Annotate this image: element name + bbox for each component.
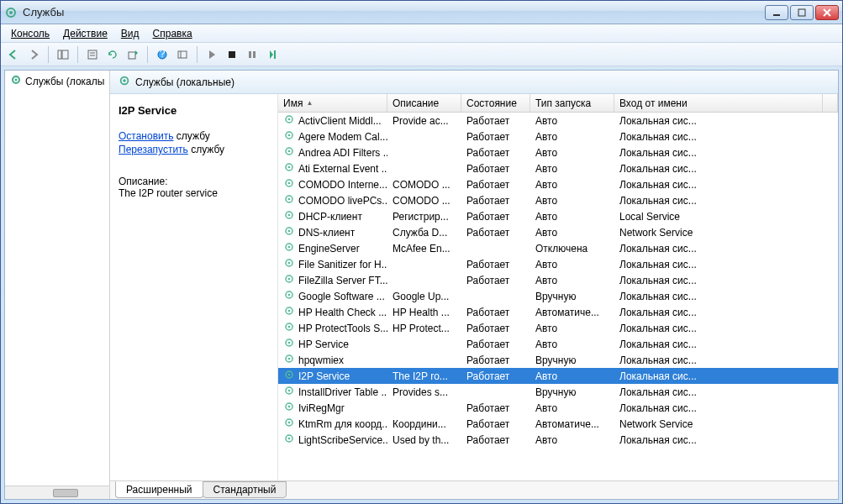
service-row[interactable]: Andrea ADI Filters ...РаботаетАвтоЛокаль… bbox=[278, 144, 838, 160]
svg-point-65 bbox=[288, 438, 291, 440]
service-description: COMODO ... bbox=[387, 179, 461, 191]
maximize-button[interactable] bbox=[790, 5, 814, 20]
svg-point-35 bbox=[288, 198, 291, 201]
service-row[interactable]: DNS-клиентСлужба D...РаботаетАвтоNetwork… bbox=[278, 224, 838, 240]
start-service-button[interactable] bbox=[203, 45, 221, 64]
svg-point-39 bbox=[288, 230, 291, 233]
description-text: The I2P router service bbox=[119, 187, 269, 199]
service-row[interactable]: HP ServiceРаботаетАвтоЛокальная сис... bbox=[278, 336, 838, 352]
tab-standard[interactable]: Стандартный bbox=[203, 481, 287, 498]
help-button[interactable]: ? bbox=[153, 45, 171, 64]
tree-root-item[interactable]: Службы (локалы bbox=[5, 71, 109, 92]
list-body[interactable]: ActivClient Middl...Provide ac...Работае… bbox=[278, 113, 838, 480]
service-row[interactable]: DHCP-клиентРегистрир...РаботаетАвтоLocal… bbox=[278, 208, 838, 224]
service-description: COMODO ... bbox=[387, 195, 461, 207]
service-row[interactable]: InstallDriver Table ...Provides s...Вруч… bbox=[278, 384, 838, 400]
minimize-button[interactable] bbox=[765, 5, 788, 20]
service-row[interactable]: COMODO livePCs...COMODO ...РаботаетАвтоЛ… bbox=[278, 192, 838, 208]
service-description: Координи... bbox=[387, 418, 461, 430]
service-name: LightScribeService... bbox=[298, 434, 387, 446]
pause-service-button[interactable] bbox=[243, 45, 261, 64]
content-header-label: Службы (локальные) bbox=[135, 76, 234, 88]
svg-point-29 bbox=[288, 150, 291, 153]
service-row[interactable]: HP ProtectTools S...HP Protect...Работае… bbox=[278, 320, 838, 336]
services-list: Имя▲ Описание Состояние Тип запуска Вход… bbox=[278, 94, 838, 480]
gear-icon bbox=[283, 273, 295, 287]
svg-point-27 bbox=[288, 134, 291, 137]
service-logon: Network Service bbox=[614, 227, 838, 239]
close-button[interactable] bbox=[815, 5, 839, 20]
service-startup: Авто bbox=[530, 275, 614, 286]
service-name: hpqwmiex bbox=[298, 354, 344, 366]
tab-extended[interactable]: Расширенный bbox=[115, 481, 203, 498]
column-name[interactable]: Имя▲ bbox=[278, 94, 387, 112]
service-logon: Локальная сис... bbox=[614, 195, 838, 207]
service-name: HP Service bbox=[298, 339, 349, 350]
service-row[interactable]: IviRegMgrРаботаетАвтоЛокальная сис... bbox=[278, 400, 838, 416]
service-startup: Авто bbox=[530, 323, 614, 334]
menu-help[interactable]: Справка bbox=[146, 26, 199, 41]
service-row[interactable]: hpqwmiexРаботаетВручнуюЛокальная сис... bbox=[278, 352, 838, 368]
service-logon: Локальная сис... bbox=[614, 131, 838, 143]
restart-service-link[interactable]: Перезапустить bbox=[119, 144, 188, 155]
gear-icon bbox=[283, 113, 295, 128]
service-row[interactable]: Ati External Event ...РаботаетАвтоЛокаль… bbox=[278, 160, 838, 176]
service-startup: Авто bbox=[530, 115, 614, 127]
service-startup: Вручную bbox=[530, 291, 614, 302]
service-state: Работает bbox=[461, 354, 530, 366]
stop-service-link[interactable]: Остановить bbox=[119, 130, 174, 142]
service-name: InstallDriver Table ... bbox=[298, 386, 387, 398]
gear-icon bbox=[283, 353, 295, 367]
detail-pane: I2P Service Остановить службу Перезапуст… bbox=[110, 94, 278, 480]
show-hide-tree-button[interactable] bbox=[54, 45, 72, 64]
svg-rect-18 bbox=[253, 51, 256, 58]
service-row[interactable]: COMODO Interne...COMODO ...РаботаетАвтоЛ… bbox=[278, 176, 838, 192]
export-button[interactable] bbox=[124, 45, 142, 64]
service-logon: Локальная сис... bbox=[614, 339, 838, 350]
gear-icon bbox=[283, 385, 295, 399]
options-button[interactable] bbox=[173, 45, 192, 64]
service-state: Работает bbox=[461, 179, 530, 191]
service-row[interactable]: Google Software ...Google Up...ВручнуюЛо… bbox=[278, 288, 838, 304]
service-row[interactable]: KtmRm для коорд...Координи...РаботаетАвт… bbox=[278, 416, 838, 432]
titlebar[interactable]: Службы bbox=[1, 1, 842, 24]
service-logon: Локальная сис... bbox=[614, 323, 838, 334]
menu-view[interactable]: Вид bbox=[114, 26, 146, 41]
service-row[interactable]: ActivClient Middl...Provide ac...Работае… bbox=[278, 113, 838, 129]
service-state: Работает bbox=[461, 434, 530, 446]
svg-rect-19 bbox=[274, 50, 276, 59]
back-button[interactable] bbox=[4, 45, 23, 64]
service-row[interactable]: HP Health Check ...HP Health ...Работает… bbox=[278, 304, 838, 320]
service-row[interactable]: FileZilla Server FT...РаботаетАвтоЛокаль… bbox=[278, 272, 838, 288]
forward-button[interactable] bbox=[24, 45, 43, 64]
column-logon[interactable]: Вход от имени bbox=[614, 94, 823, 112]
gear-icon bbox=[10, 74, 22, 88]
tree-hscrollbar[interactable] bbox=[5, 486, 109, 499]
svg-point-37 bbox=[288, 214, 291, 217]
separator-icon bbox=[48, 46, 49, 63]
service-startup: Отключена bbox=[530, 243, 614, 255]
service-state: Работает bbox=[461, 131, 530, 143]
service-row[interactable]: EngineServerMcAfee En...ОтключенаЛокальн… bbox=[278, 240, 838, 256]
column-description[interactable]: Описание bbox=[387, 94, 461, 112]
service-state: Работает bbox=[461, 259, 530, 270]
service-name: Ati External Event ... bbox=[298, 163, 387, 175]
service-state: Работает bbox=[461, 211, 530, 223]
service-name: DNS-клиент bbox=[298, 227, 355, 239]
menu-action[interactable]: Действие bbox=[56, 26, 114, 41]
service-startup: Автоматиче... bbox=[530, 418, 614, 430]
restart-service-button[interactable] bbox=[263, 45, 282, 64]
column-startup[interactable]: Тип запуска bbox=[530, 94, 614, 112]
gear-icon bbox=[283, 209, 295, 223]
gear-icon bbox=[283, 289, 295, 303]
service-row[interactable]: Agere Modem Cal...РаботаетАвтоЛокальная … bbox=[278, 129, 838, 144]
column-state[interactable]: Состояние bbox=[461, 94, 530, 112]
service-row[interactable]: I2P ServiceThe I2P ro...РаботаетАвтоЛока… bbox=[278, 368, 838, 384]
service-row[interactable]: LightScribeService...Used by th...Работа… bbox=[278, 432, 838, 448]
stop-service-button[interactable] bbox=[223, 45, 241, 64]
service-startup: Авто bbox=[530, 147, 614, 159]
properties-button[interactable] bbox=[83, 45, 102, 64]
service-row[interactable]: File Sanitizer for H...РаботаетАвтоЛокал… bbox=[278, 256, 838, 272]
refresh-button[interactable] bbox=[103, 45, 122, 64]
menu-console[interactable]: Консоль bbox=[4, 26, 56, 41]
